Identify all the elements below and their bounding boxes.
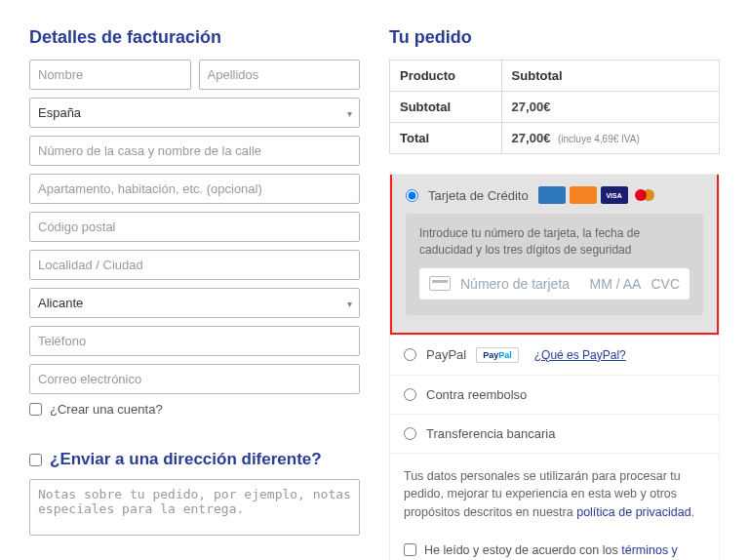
billing-title: Detalles de facturación [29, 27, 360, 48]
paypal-label: PayPal [426, 347, 466, 362]
privacy-text: Tus datos personales se utilizarán para … [390, 453, 719, 536]
cc-cvc-ph: CVC [650, 276, 680, 292]
ship-diff-checkbox[interactable] [29, 454, 42, 466]
cc-label: Tarjeta de Crédito [428, 188, 529, 203]
cc-number-ph: Número de tarjeta [460, 276, 580, 292]
privacy-link[interactable]: política de privacidad [576, 505, 690, 519]
first-name-input[interactable] [29, 60, 191, 90]
payment-cod[interactable]: Contra reembolso [390, 375, 719, 414]
paypal-radio[interactable] [404, 348, 416, 361]
bank-label: Transferencia bancaria [426, 426, 555, 441]
order-title: Tu pedido [389, 27, 720, 48]
cc-desc: Introduce tu número de tarjeta, la fecha… [419, 225, 690, 259]
mastercard-icon [632, 186, 659, 204]
paypal-what-link[interactable]: ¿Qué es PayPal? [534, 348, 626, 362]
terms-checkbox[interactable] [404, 543, 416, 556]
row-total-label: Total [390, 123, 502, 154]
visa-icon: VISA [601, 186, 628, 204]
city-input[interactable] [29, 250, 360, 280]
cc-input-row[interactable]: Número de tarjeta MM / AA CVC [419, 268, 690, 300]
last-name-input[interactable] [199, 60, 361, 90]
address2-input[interactable] [29, 174, 360, 204]
row-subtotal-label: Subtotal [390, 92, 502, 123]
bank-radio[interactable] [404, 427, 416, 440]
subtotal-value: 27,00€ [512, 100, 551, 114]
email-input[interactable] [29, 364, 360, 394]
postcode-input[interactable] [29, 212, 360, 242]
order-summary-table: Producto Subtotal Subtotal 27,00€ Total … [389, 60, 720, 154]
cc-logos: VISA [538, 186, 659, 204]
ship-diff-title: ¿Enviar a una dirección diferente? [50, 450, 322, 469]
create-account-checkbox[interactable] [29, 403, 42, 416]
country-select[interactable]: España [29, 98, 360, 128]
discover-icon [570, 186, 597, 204]
col-subtotal: Subtotal [501, 60, 719, 92]
cc-radio[interactable] [406, 189, 418, 202]
order-notes-input[interactable] [29, 479, 360, 536]
payment-bank[interactable]: Transferencia bancaria [390, 414, 719, 453]
cc-exp-ph: MM / AA [590, 276, 642, 292]
total-value: 27,00€ [512, 131, 551, 145]
address1-input[interactable] [29, 136, 360, 166]
phone-input[interactable] [29, 326, 360, 356]
col-product: Producto [390, 60, 502, 92]
payment-paypal[interactable]: PayPal PayPal ¿Qué es PayPal? [390, 335, 719, 375]
province-select[interactable]: Alicante [29, 288, 360, 318]
create-account-row[interactable]: ¿Crear una cuenta? [29, 402, 360, 417]
terms-text: He leído y estoy de acuerdo con los térm… [424, 541, 705, 560]
payment-credit-card[interactable]: Tarjeta de Crédito VISA Introduce tu núm… [390, 175, 719, 335]
amex-icon [538, 186, 566, 204]
create-account-label: ¿Crear una cuenta? [50, 402, 163, 417]
tax-note: (incluye 4,69€ IVA) [558, 134, 640, 144]
payment-methods: Tarjeta de Crédito VISA Introduce tu núm… [389, 174, 720, 560]
paypal-icon: PayPal [476, 347, 519, 363]
card-icon [429, 276, 451, 291]
cod-label: Contra reembolso [426, 387, 527, 402]
cod-radio[interactable] [404, 388, 416, 401]
